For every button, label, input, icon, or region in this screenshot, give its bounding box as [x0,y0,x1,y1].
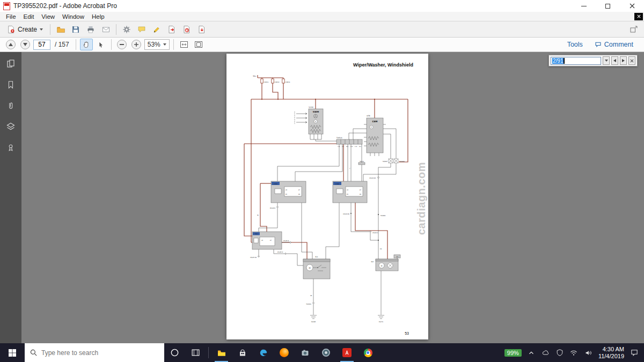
zoom-out-button[interactable] [115,39,128,50]
battery-status-badge[interactable]: 99% [504,349,522,357]
zoom-level-dropdown[interactable]: 53% [144,39,170,50]
select-tool-button[interactable] [94,39,107,50]
cortana-button[interactable] [164,343,185,362]
attachments-button[interactable] [4,99,18,112]
firefox-button[interactable] [274,343,295,362]
export-pdf-icon [167,25,176,34]
volume-icon[interactable] [584,349,592,357]
action-center-icon[interactable] [630,349,639,357]
file-explorer-button[interactable] [211,343,232,362]
bookmarks-button[interactable] [4,78,18,91]
convert-pdf-icon [182,25,191,34]
comment-tool-button[interactable] [135,23,149,36]
wire-label: 53/331 [306,303,312,305]
page-number-input[interactable] [33,40,50,50]
save-as-other-button[interactable] [195,23,209,36]
tools-panel-button[interactable]: Tools [567,41,583,48]
open-folder-icon [56,25,65,34]
comment-panel-button[interactable]: Comment [595,41,633,48]
document-canvas[interactable]: 30+ 11B/10 11B/13 11B/16 3/130 SWM 4/56 … [21,52,644,343]
system-tray: 99% 4:30 AM 11/4/2019 [504,343,644,362]
bookmark-icon [6,80,15,90]
open-button[interactable] [54,23,68,36]
chrome-button[interactable] [357,343,378,362]
maximize-button[interactable] [596,0,620,12]
microsoft-store-button[interactable] [232,343,253,362]
navigation-pane [0,52,21,343]
hand-tool-button[interactable] [80,39,93,50]
main-toolbar: Create [0,21,644,38]
page-nav-next-button[interactable] [620,56,627,65]
power-label: 30+ [253,75,257,77]
fit-page-button[interactable] [192,39,205,50]
minimize-button[interactable] [572,0,596,12]
taskbar-clock[interactable]: 4:30 AM 11/4/2019 [598,346,624,360]
highlight-button[interactable] [150,23,164,36]
camera-app-button[interactable] [295,343,316,362]
page-nav-dropdown-button[interactable] [603,56,610,65]
menu-file[interactable]: File [2,13,20,20]
fit-width-icon [180,41,188,48]
create-from-file-button[interactable] [180,23,194,36]
menu-window[interactable]: Window [58,13,88,20]
window-title: TP3955202.pdf - Adobe Acrobat Pro [13,2,117,10]
menu-help[interactable]: Help [88,13,108,20]
page-nav-input[interactable]: 2/91 [551,57,601,65]
document-page-number: 53 [405,331,409,335]
next-page-button[interactable] [19,39,32,50]
paperclip-icon [6,101,15,110]
plus-icon [134,42,139,47]
zoom-in-button[interactable] [130,39,143,50]
previous-page-button[interactable] [4,39,17,50]
page-nav-close-button[interactable] [628,56,635,65]
page-thumbnails-button[interactable] [4,57,18,70]
camera-icon [301,349,310,357]
menubar-close-button[interactable] [634,13,643,20]
start-button[interactable] [0,343,25,362]
create-button[interactable]: Create [3,23,47,36]
ground-label: 31/71 [379,321,383,323]
circular-app-button[interactable] [316,343,336,362]
edge-button[interactable] [253,343,274,362]
hidden-icons-chevron[interactable] [528,349,535,357]
export-pdf-button[interactable] [165,23,179,36]
share-button[interactable] [627,23,641,36]
pdf-page[interactable]: 30+ 11B/10 11B/13 11B/16 3/130 SWM 4/56 … [226,54,428,339]
menu-view[interactable]: View [38,13,58,20]
search-input[interactable] [41,349,159,357]
key-symbol-label: K [371,126,372,128]
minimize-icon [581,6,587,6]
page-nav-prev-button[interactable] [611,56,618,65]
task-view-button[interactable] [185,343,206,362]
close-icon [630,3,635,9]
print-button[interactable] [84,23,98,36]
edge-icon [259,348,268,358]
layers-button[interactable] [4,120,18,133]
onedrive-cloud-icon[interactable] [541,349,550,357]
download-pdf-icon [197,25,206,34]
page-thumbnails-icon [6,59,16,69]
security-shield-icon[interactable] [556,349,564,357]
email-icon [101,25,111,34]
signatures-button[interactable] [4,141,18,154]
settings-button[interactable] [120,23,134,36]
chevron-down-icon [40,28,43,31]
save-button[interactable] [69,23,83,36]
chrome-icon [364,349,372,357]
chevron-left-icon [613,59,616,62]
acrobat-button[interactable] [336,343,357,362]
wire-color-label: SB [310,295,312,297]
wifi-icon[interactable] [569,349,578,356]
pencil-icon [152,25,161,34]
email-button[interactable] [99,23,113,36]
fit-width-button[interactable] [178,39,191,50]
fit-page-icon [194,41,203,48]
navigation-toolbar: / 157 53% [0,38,644,52]
menu-edit[interactable]: Edit [20,13,38,20]
taskbar-search[interactable] [25,343,164,362]
acrobat-icon [342,348,352,357]
date-label: 11/4/2019 [598,353,624,360]
close-button[interactable] [620,0,644,12]
wiring-diagram: 30+ 11B/10 11B/13 11B/16 3/130 SWM 4/56 … [226,54,428,339]
minus-icon [120,44,124,45]
